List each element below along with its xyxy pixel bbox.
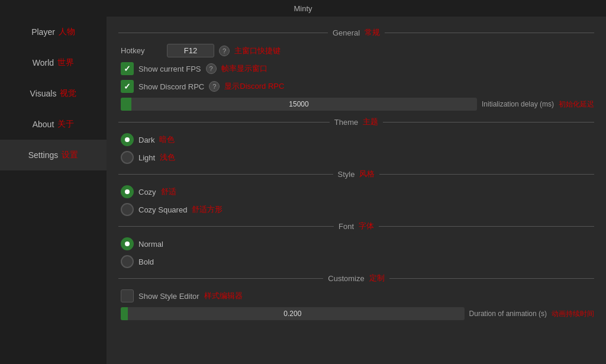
sidebar-item-about[interactable]: About 关于 — [0, 109, 107, 140]
hotkey-desc-cn: 主窗口快捷键 — [234, 46, 281, 56]
style-cozy-radio[interactable] — [121, 185, 134, 198]
style-cozy-squared-radio[interactable] — [121, 203, 134, 216]
section-customize-header: Customize 定制 — [118, 273, 594, 284]
font-normal-radio[interactable] — [121, 237, 134, 250]
section-style-title-en: Style — [338, 170, 355, 179]
font-bold-row: Bold — [118, 255, 594, 268]
theme-light-radio[interactable] — [121, 151, 134, 164]
section-font-title-cn: 字体 — [359, 221, 374, 231]
title-bar: Minty — [0, 0, 606, 17]
section-general-title-en: General — [333, 28, 360, 37]
show-discord-label-cn: 显示Discord RPC — [224, 81, 284, 92]
theme-dark-label: Dark — [138, 136, 154, 144]
main-layout: Player 人物 World 世界 Visuals 视觉 About 关于 S… — [0, 17, 606, 364]
hotkey-row: Hotkey ? 主窗口快捷键 — [118, 44, 594, 57]
show-style-editor-row: Show Style Editor 样式编辑器 — [118, 289, 594, 302]
section-customize-title-en: Customize — [328, 274, 364, 283]
style-cozy-row: Cozy 舒适 — [118, 185, 594, 198]
section-style-title-cn: 风格 — [359, 169, 375, 179]
init-delay-value: 15000 — [121, 100, 477, 108]
section-line-left — [118, 33, 328, 33]
hotkey-label: Hotkey — [121, 46, 162, 55]
section-theme-title-en: Theme — [334, 118, 358, 127]
theme-dark-radio[interactable] — [121, 133, 134, 146]
section-line-right — [385, 33, 594, 33]
sidebar-item-world[interactable]: World 世界 — [0, 47, 107, 78]
anim-duration-label-cn: 动画持续时间 — [552, 309, 594, 319]
section-general-title-cn: 常规 — [365, 27, 380, 38]
anim-duration-label-en: Duration of animation (s) — [469, 310, 547, 318]
section-theme-title-cn: 主题 — [363, 117, 378, 127]
init-delay-label-en: Initialization delay (ms) — [482, 100, 554, 108]
style-cozy-label: Cozy — [138, 188, 156, 197]
init-delay-slider[interactable]: 15000 — [121, 98, 477, 111]
anim-duration-slider[interactable]: 0.200 — [121, 307, 465, 320]
show-discord-help-btn[interactable]: ? — [209, 81, 220, 92]
show-style-editor-checkbox[interactable] — [121, 289, 134, 302]
font-normal-label: Normal — [138, 240, 163, 249]
anim-duration-value: 0.200 — [121, 310, 465, 318]
settings-content: General 常规 Hotkey ? 主窗口快捷键 Show current … — [107, 17, 606, 364]
show-fps-row: Show current FPS ? 帧率显示窗口 — [118, 62, 594, 75]
hotkey-input[interactable] — [167, 44, 214, 57]
sidebar-item-player[interactable]: Player 人物 — [0, 17, 107, 47]
style-cozy-squared-row: Cozy Squared 舒适方形 — [118, 203, 594, 216]
show-fps-label: Show current FPS — [138, 65, 201, 73]
hotkey-help-btn[interactable]: ? — [219, 46, 230, 56]
theme-light-label-cn: 浅色 — [160, 152, 175, 163]
init-delay-row: 15000 Initialization delay (ms) 初始化延迟 — [118, 98, 594, 111]
init-delay-label-cn: 初始化延迟 — [559, 99, 594, 109]
section-style-header: Style 风格 — [118, 169, 594, 179]
style-cozy-squared-label: Cozy Squared — [138, 205, 187, 214]
show-fps-label-cn: 帧率显示窗口 — [221, 63, 267, 74]
section-general-header: General 常规 — [118, 27, 594, 38]
show-style-editor-label-cn: 样式编辑器 — [204, 291, 243, 301]
sidebar: Player 人物 World 世界 Visuals 视觉 About 关于 S… — [0, 17, 107, 364]
section-theme-header: Theme 主题 — [118, 117, 594, 127]
theme-dark-label-cn: 暗色 — [159, 134, 175, 145]
section-customize-title-cn: 定制 — [369, 273, 385, 284]
show-fps-checkbox[interactable] — [121, 62, 134, 75]
font-bold-label: Bold — [138, 257, 154, 266]
theme-light-row: Light 浅色 — [118, 151, 594, 164]
show-discord-row: Show Discord RPC ? 显示Discord RPC — [118, 80, 594, 93]
section-font-header: Font 字体 — [118, 221, 594, 231]
show-discord-checkbox[interactable] — [121, 80, 134, 93]
sidebar-item-visuals[interactable]: Visuals 视觉 — [0, 78, 107, 109]
show-style-editor-label: Show Style Editor — [138, 292, 199, 301]
sidebar-item-settings[interactable]: Settings 设置 — [0, 140, 107, 170]
font-bold-radio[interactable] — [121, 255, 134, 268]
style-cozy-label-cn: 舒适 — [161, 186, 176, 197]
app-title: Minty — [294, 4, 312, 13]
font-normal-row: Normal — [118, 237, 594, 250]
show-discord-label: Show Discord RPC — [138, 82, 204, 91]
theme-light-label: Light — [138, 153, 155, 162]
theme-dark-row: Dark 暗色 — [118, 133, 594, 146]
show-fps-help-btn[interactable]: ? — [206, 63, 217, 74]
section-font-title-en: Font — [339, 222, 354, 231]
anim-duration-row: 0.200 Duration of animation (s) 动画持续时间 — [118, 307, 594, 320]
style-cozy-squared-label-cn: 舒适方形 — [192, 204, 223, 215]
